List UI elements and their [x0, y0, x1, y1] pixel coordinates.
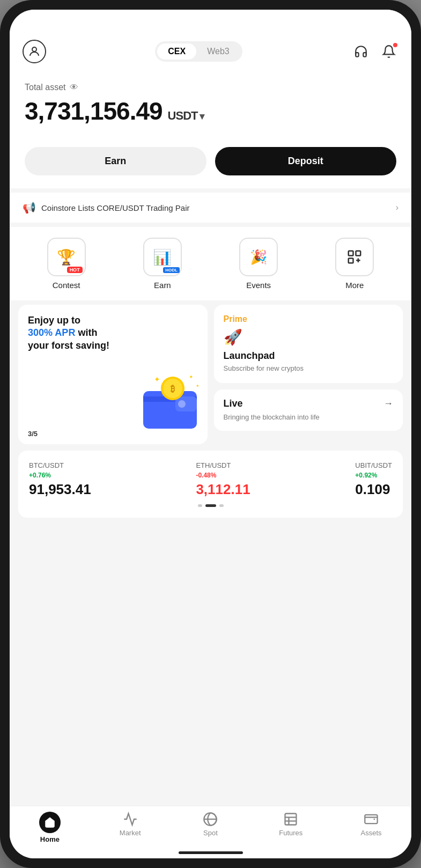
cex-tab[interactable]: CEX [157, 43, 196, 60]
eth-pair: ETH/USDT [196, 461, 250, 469]
futures-icon [283, 812, 298, 827]
svg-rect-3 [349, 259, 353, 263]
eth-price: 3,112.11 [196, 481, 250, 498]
more-icon-box [335, 238, 374, 276]
header: CEX Web3 [10, 33, 411, 72]
futures-label: Futures [279, 829, 302, 837]
assets-icon [364, 812, 379, 827]
visibility-icon[interactable]: 👁 [70, 83, 78, 92]
dot-1 [198, 504, 202, 507]
status-bar [10, 10, 411, 33]
ticker-eth[interactable]: ETH/USDT -0.48% 3,112.11 [196, 461, 250, 498]
svg-rect-19 [365, 815, 377, 823]
eth-change: -0.48% [196, 472, 250, 479]
menu-item-earn[interactable]: 📊 HODL Earn [141, 238, 184, 290]
earn-menu-icon: 📊 [153, 248, 172, 266]
launchpad-icon: 🚀 [224, 328, 394, 346]
dot-3 [219, 504, 224, 507]
contest-label: Contest [53, 281, 80, 290]
contest-icon: 🏆 [57, 248, 76, 266]
right-cards: Prime 🚀 Launchpad Subscribe for new cryp… [214, 305, 403, 444]
nav-futures[interactable]: Futures [269, 812, 312, 843]
market-ticker: BTC/USDT +0.76% 91,953.41 ETH/USDT -0.48… [18, 451, 403, 518]
launchpad-card[interactable]: Prime 🚀 Launchpad Subscribe for new cryp… [214, 305, 403, 383]
dot-2-active [205, 504, 216, 507]
ubit-change: +0.92% [355, 472, 392, 479]
live-arrow-icon: → [383, 398, 393, 409]
total-asset-text: Total asset [25, 83, 65, 92]
svg-text:✦: ✦ [196, 384, 200, 388]
notification-dot [393, 43, 397, 47]
live-title: Live [224, 398, 243, 409]
content-area: CEX Web3 [10, 33, 411, 806]
svg-rect-1 [349, 251, 353, 256]
bottom-nav: Home Market Spot [10, 806, 411, 858]
live-card[interactable]: Live → Bringing the blockchain into life [214, 389, 403, 431]
web3-tab[interactable]: Web3 [196, 43, 240, 60]
menu-item-events[interactable]: 🎉 Events [237, 238, 280, 290]
more-label: More [345, 281, 364, 290]
announcement-icon: 📢 [23, 201, 36, 214]
header-left [23, 40, 46, 63]
savings-heading: Enjoy up to 300% APR withyour forst savi… [28, 314, 198, 352]
notification-icon[interactable] [379, 42, 398, 61]
live-desc: Bringing the blockchain into life [224, 413, 394, 422]
menu-item-more[interactable]: More [333, 238, 376, 290]
menu-item-contest[interactable]: 🏆 HOT Contest [45, 238, 88, 290]
ticker-ubit[interactable]: UBIT/USDT +0.92% 0.109 [355, 461, 392, 498]
earn-icon-box: 📊 HODL [143, 238, 182, 276]
events-icon-box: 🎉 [239, 238, 278, 276]
action-buttons: Earn Deposit [10, 138, 411, 188]
support-icon[interactable] [351, 42, 371, 61]
phone-screen: CEX Web3 [10, 10, 411, 858]
exchange-mode-tabs: CEX Web3 [155, 41, 242, 62]
nav-home[interactable]: Home [28, 812, 71, 843]
nav-spot[interactable]: Spot [189, 812, 232, 843]
ubit-pair: UBIT/USDT [355, 461, 392, 469]
ticker-row: BTC/USDT +0.76% 91,953.41 ETH/USDT -0.48… [29, 461, 392, 498]
header-right [351, 42, 398, 61]
btc-pair: BTC/USDT [29, 461, 91, 469]
earn-button[interactable]: Earn [25, 147, 206, 175]
spacer [10, 518, 411, 526]
announcement-chevron: › [396, 203, 398, 212]
spot-icon [203, 812, 218, 827]
cards-section: Enjoy up to 300% APR withyour forst savi… [18, 305, 403, 444]
svg-text:✦: ✦ [154, 375, 160, 384]
svg-text:✦: ✦ [189, 374, 193, 380]
market-label: Market [120, 829, 141, 837]
launchpad-desc: Subscribe for new cryptos [224, 364, 394, 373]
svg-point-0 [32, 47, 36, 52]
savings-card[interactable]: Enjoy up to 300% APR withyour forst savi… [18, 305, 208, 444]
wallet-illustration: ₿ ✦ ✦ ✦ [138, 367, 208, 439]
home-indicator [179, 851, 243, 854]
home-icon [39, 812, 61, 833]
events-label: Events [246, 281, 271, 290]
launchpad-title: Launchpad [224, 350, 394, 362]
apr-text: 300% APR [28, 327, 75, 338]
asset-value: 3,731,156.49 [25, 97, 163, 126]
btc-change: +0.76% [29, 472, 91, 479]
quick-menu: 🏆 HOT Contest 📊 HODL Earn 🎉 [10, 227, 411, 300]
announcement-bar[interactable]: 📢 Coinstore Lists CORE/USDT Trading Pair… [10, 193, 411, 223]
deposit-button[interactable]: Deposit [215, 147, 397, 175]
home-label: Home [40, 835, 60, 843]
earn-badge: HODL [163, 267, 180, 273]
profile-icon[interactable] [23, 40, 46, 63]
nav-market[interactable]: Market [109, 812, 152, 843]
ticker-btc[interactable]: BTC/USDT +0.76% 91,953.41 [29, 461, 91, 498]
ticker-dots [29, 504, 392, 507]
ubit-price: 0.109 [355, 481, 392, 498]
more-icon [346, 249, 363, 265]
phone-frame: CEX Web3 [0, 0, 421, 868]
asset-currency: USDT ▾ [168, 109, 204, 123]
total-asset-label: Total asset 👁 [25, 83, 396, 92]
live-header: Live → [224, 398, 394, 409]
btc-price: 91,953.41 [29, 481, 91, 498]
nav-assets[interactable]: Assets [350, 812, 393, 843]
events-icon: 🎉 [250, 249, 267, 266]
spot-label: Spot [203, 829, 218, 837]
earn-menu-label: Earn [154, 281, 171, 290]
svg-point-7 [178, 400, 186, 408]
svg-text:₿: ₿ [171, 384, 175, 393]
